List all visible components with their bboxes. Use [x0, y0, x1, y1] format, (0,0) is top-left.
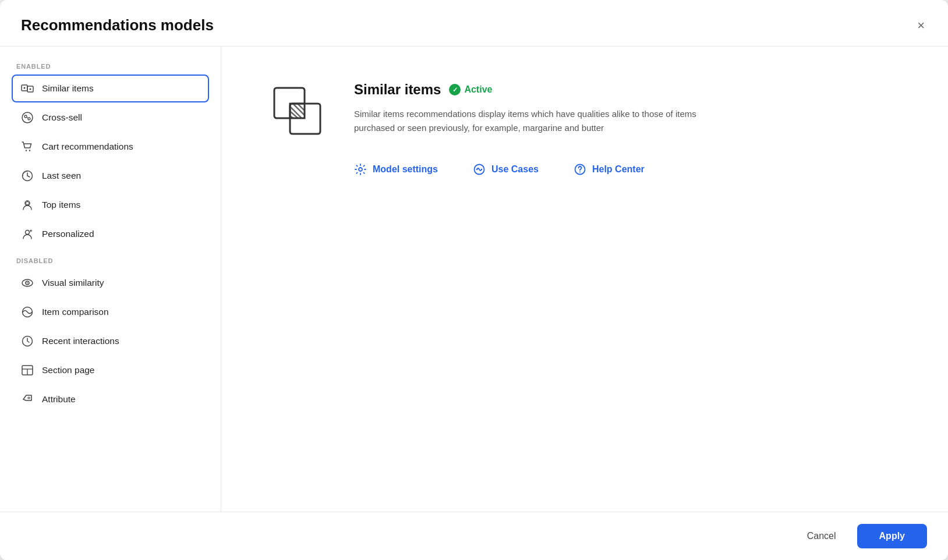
sidebar-item-label: Personalized: [42, 229, 94, 239]
item-comparison-icon: [21, 306, 34, 318]
svg-point-3: [30, 88, 31, 90]
sidebar-item-top-items[interactable]: Top items: [12, 191, 209, 219]
svg-point-21: [28, 397, 30, 399]
sidebar-item-last-seen[interactable]: Last seen: [12, 162, 209, 190]
model-description: Similar items recommendations display it…: [354, 107, 727, 135]
active-badge: Active: [449, 84, 492, 95]
top-items-icon: [21, 199, 34, 211]
use-cases-link[interactable]: Use Cases: [473, 163, 539, 176]
sidebar-item-label: Cart recommendations: [42, 141, 133, 152]
disabled-label: DISABLED: [12, 257, 209, 264]
modal-body: ENABLED Similar items: [0, 47, 948, 512]
visual-similarity-icon: [21, 277, 34, 289]
cart-icon: [21, 140, 34, 153]
model-settings-label: Model settings: [373, 164, 438, 175]
sidebar-item-label: Section page: [42, 365, 95, 375]
personalized-icon: [21, 228, 34, 240]
model-icon-box: [268, 81, 326, 140]
sidebar-item-label: Item comparison: [42, 307, 109, 317]
sidebar-item-label: Recent interactions: [42, 336, 119, 346]
model-links: Model settings: [354, 163, 901, 176]
svg-point-12: [26, 231, 30, 235]
help-center-label: Help Center: [592, 164, 645, 175]
svg-point-31: [359, 168, 362, 171]
help-center-link[interactable]: Help Center: [574, 163, 645, 176]
similar-items-large-icon: [270, 83, 325, 139]
svg-line-7: [27, 118, 28, 118]
model-name: Similar items: [354, 81, 441, 98]
sidebar-item-label: Visual similarity: [42, 278, 104, 288]
svg-point-6: [28, 118, 30, 120]
sidebar-item-cross-sell[interactable]: Cross-sell: [12, 104, 209, 132]
model-info: Similar items Active Similar items recom…: [354, 81, 901, 176]
recommendations-modal: Recommendations models × ENABLED: [0, 0, 948, 560]
disabled-section: DISABLED Visual similarity: [12, 257, 209, 413]
sidebar-item-cart-recommendations[interactable]: Cart recommendations: [12, 133, 209, 161]
active-dot: [449, 84, 461, 95]
sidebar-item-personalized[interactable]: Personalized: [12, 220, 209, 248]
sidebar-item-visual-similarity[interactable]: Visual similarity: [12, 269, 209, 297]
use-cases-label: Use Cases: [491, 164, 539, 175]
sidebar: ENABLED Similar items: [0, 47, 221, 512]
close-button[interactable]: ×: [915, 17, 927, 34]
modal-header: Recommendations models ×: [0, 0, 948, 47]
active-status: Active: [464, 84, 492, 95]
sidebar-item-attribute[interactable]: Attribute: [12, 385, 209, 413]
model-name-row: Similar items Active: [354, 81, 901, 98]
model-settings-icon: [354, 163, 367, 176]
recent-interactions-icon: [21, 335, 34, 348]
sidebar-item-label: Last seen: [42, 171, 81, 181]
model-settings-link[interactable]: Model settings: [354, 163, 438, 176]
sidebar-item-label: Cross-sell: [42, 112, 82, 123]
use-cases-icon: [473, 163, 486, 176]
enabled-section: ENABLED Similar items: [12, 63, 209, 248]
sidebar-item-label: Similar items: [42, 83, 94, 94]
sidebar-item-label: Attribute: [42, 394, 76, 405]
svg-point-34: [481, 169, 483, 171]
modal-footer: Cancel Apply: [0, 512, 948, 560]
sidebar-item-section-page[interactable]: Section page: [12, 356, 209, 384]
section-page-icon: [21, 364, 34, 377]
svg-point-2: [24, 87, 26, 89]
model-hero: Similar items Active Similar items recom…: [268, 81, 901, 176]
svg-point-15: [27, 282, 28, 283]
similar-items-icon: [21, 82, 34, 95]
help-center-icon: [574, 163, 586, 176]
modal-title: Recommendations models: [21, 16, 214, 34]
svg-point-36: [579, 172, 581, 173]
sidebar-item-label: Top items: [42, 200, 80, 210]
svg-point-9: [29, 150, 30, 151]
enabled-label: ENABLED: [12, 63, 209, 70]
sidebar-item-recent-interactions[interactable]: Recent interactions: [12, 327, 209, 355]
svg-point-8: [26, 150, 27, 151]
cancel-button[interactable]: Cancel: [794, 525, 849, 547]
sidebar-item-item-comparison[interactable]: Item comparison: [12, 298, 209, 326]
svg-point-33: [476, 169, 478, 171]
attribute-icon: [21, 393, 34, 406]
apply-button[interactable]: Apply: [857, 524, 927, 548]
svg-point-5: [24, 115, 27, 118]
content-area: Similar items Active Similar items recom…: [221, 47, 948, 512]
cross-sell-icon: [21, 111, 34, 124]
sidebar-item-similar-items[interactable]: Similar items: [12, 75, 209, 102]
last-seen-icon: [21, 169, 34, 182]
